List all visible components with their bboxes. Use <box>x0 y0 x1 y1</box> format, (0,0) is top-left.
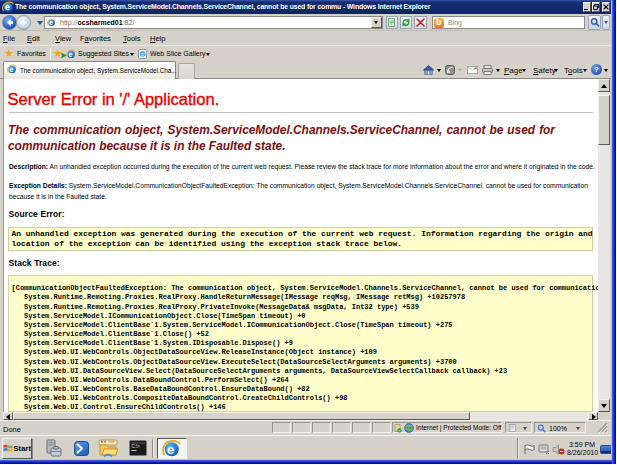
svg-text:C:\>: C:\> <box>132 444 141 449</box>
